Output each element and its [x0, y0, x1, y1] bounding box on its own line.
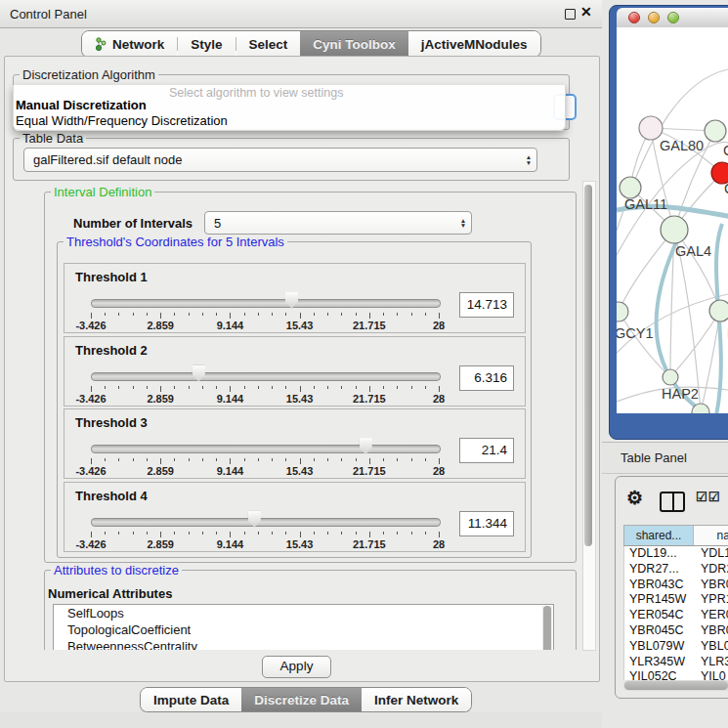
attribute-list-item[interactable]: BetweennessCentrality [54, 638, 553, 650]
cell-shared-name[interactable]: YIL052C [624, 669, 695, 680]
cell-name[interactable]: YBR0 [695, 623, 728, 639]
panel-scrollbar[interactable] [582, 181, 596, 651]
tab-select[interactable]: Select [236, 31, 301, 57]
slider-tick [397, 386, 398, 389]
tab-discretize-data[interactable]: Discretize Data [241, 688, 362, 711]
cell-shared-name[interactable]: YER054C [624, 608, 695, 623]
interval-definition-title: Interval Definition [51, 185, 154, 199]
network-canvas[interactable]: GAL80GACGAL11GAL4GCY1HHAP2 [617, 27, 728, 413]
cell-shared-name[interactable]: YBR043C [624, 578, 695, 593]
cell-shared-name[interactable]: YDL19... [624, 546, 695, 562]
cell-name[interactable]: YLR3 [695, 655, 728, 670]
column-header-name[interactable]: name [694, 526, 728, 545]
slider-tick [383, 313, 384, 316]
slider-tick [369, 313, 370, 319]
split-columns-icon[interactable] [660, 492, 685, 512]
slider-tick-label: 28 [433, 538, 445, 550]
slider-tick [272, 386, 273, 389]
attributes-list-scrollbar[interactable] [542, 606, 552, 650]
table-body[interactable]: YDL19...YDL1YDR27...YDR2YBR043CYBR0YPR14… [623, 546, 728, 680]
network-node-label: GA [723, 143, 728, 158]
tab-jactivemnodules[interactable]: jActiveMNodules [408, 31, 540, 57]
tab-impute-data[interactable]: Impute Data [141, 688, 241, 711]
column-header-shared-name[interactable]: shared... [624, 526, 694, 545]
network-node[interactable] [709, 300, 728, 321]
table-row[interactable]: YPR145WYPR1 [624, 592, 728, 608]
attribute-list-item[interactable]: TopologicalCoefficient [54, 621, 553, 638]
tab-style[interactable]: Style [178, 31, 235, 57]
slider-tick-label: 15.43 [286, 538, 314, 550]
algorithm-option-equal-width[interactable]: Equal Width/Frequency Discretization [16, 113, 228, 128]
table-row[interactable]: YBR043CYBR0 [624, 578, 728, 593]
float-window-icon[interactable] [565, 9, 576, 20]
slider-tick [285, 458, 286, 461]
settings-gear-icon[interactable]: ⚙ [626, 487, 643, 509]
threshold-value-field[interactable]: 21.4 [459, 438, 514, 463]
attribute-list-item[interactable]: SelfLoops [54, 605, 553, 621]
cell-name[interactable]: YPR1 [695, 592, 728, 608]
table-row[interactable]: YER054CYER0 [624, 608, 728, 623]
slider-tick-label: 28 [433, 320, 445, 331]
cell-name[interactable]: YBR0 [695, 578, 728, 593]
apply-button[interactable]: Apply [262, 656, 331, 678]
minimize-traffic-light[interactable] [648, 12, 660, 23]
slider-tick [411, 386, 412, 389]
close-traffic-light[interactable] [628, 12, 640, 23]
tab-infer-network[interactable]: Infer Network [362, 688, 471, 711]
network-node[interactable] [661, 216, 688, 243]
close-icon[interactable]: ✕ [580, 4, 592, 20]
table-row[interactable]: YBL079WYBL0 [624, 639, 728, 655]
slider-track[interactable] [91, 372, 441, 381]
panel-title: Control Panel [10, 7, 87, 21]
slider-tick-label: 21.715 [353, 538, 386, 550]
cell-name[interactable]: YDR2 [695, 562, 728, 578]
cell-shared-name[interactable]: YLR345W [624, 655, 695, 670]
zoom-traffic-light[interactable] [667, 12, 679, 23]
threshold-3-box: Threshold 3-3.4262.8599.14415.4321.71528… [64, 408, 526, 479]
slider-track[interactable] [91, 299, 441, 308]
slider-tick [244, 532, 245, 535]
network-node[interactable] [620, 177, 641, 198]
table-data-combobox[interactable]: galFiltered.sif default node ▲▼ [23, 148, 537, 172]
cell-shared-name[interactable]: YBL079W [624, 639, 695, 655]
network-node[interactable] [705, 120, 726, 142]
slider-tick [300, 458, 301, 464]
network-view-window: GAL80GACGAL11GAL4GCY1HHAP2 [609, 5, 728, 440]
slider-tick [258, 532, 259, 535]
network-node[interactable] [617, 302, 628, 321]
network-node[interactable] [639, 116, 663, 140]
threshold-value-field[interactable]: 14.713 [459, 292, 514, 318]
cell-name[interactable]: YIL0 [695, 669, 728, 680]
table-row[interactable]: YDL19...YDL1 [624, 546, 728, 562]
cell-shared-name[interactable]: YPR145W [624, 592, 695, 608]
table-data-combobox-value: galFiltered.sif default node [24, 152, 521, 167]
threshold-value-field[interactable]: 6.316 [459, 365, 514, 391]
panel-scrollbar-thumb[interactable] [584, 185, 592, 546]
slider-tick [230, 532, 231, 537]
table-row[interactable]: YLR345WYLR3 [624, 655, 728, 670]
number-of-intervals-combobox[interactable]: 5 ▲▼ [204, 211, 472, 235]
tab-cyni-toolbox[interactable]: Cyni Toolbox [300, 31, 408, 57]
cell-name[interactable]: YDL1 [695, 546, 728, 562]
table-row[interactable]: YIL052CYIL0 [624, 669, 728, 680]
numerical-attributes-list[interactable]: SelfLoopsTopologicalCoefficientBetweenne… [53, 604, 554, 650]
threshold-value-field[interactable]: 11.344 [459, 511, 514, 536]
algorithm-option-manual[interactable]: Manual Discretization [16, 98, 147, 112]
table-row[interactable]: YBR045CYBR0 [624, 623, 728, 639]
slider-track[interactable] [91, 518, 441, 527]
cell-shared-name[interactable]: YBR045C [624, 623, 695, 639]
slider-track[interactable] [91, 445, 441, 453]
tab-label: Cyni Toolbox [313, 37, 396, 52]
slider-tick-label: 21.715 [353, 465, 386, 477]
interval-definition-groupbox: Interval Definition Number of Intervals … [44, 192, 577, 563]
table-horizontal-scrollbar[interactable] [623, 680, 728, 691]
network-node[interactable] [663, 369, 678, 385]
slider-tick-label: 15.43 [286, 465, 314, 477]
table-row[interactable]: YDR27...YDR2 [624, 562, 728, 578]
tab-network[interactable]: Network [82, 31, 177, 57]
cell-shared-name[interactable]: YDR27... [624, 562, 695, 578]
column-select-icon[interactable]: ☑☑ [696, 490, 720, 504]
cell-name[interactable]: YBL0 [695, 639, 728, 655]
cell-name[interactable]: YER0 [695, 608, 728, 623]
threshold-1-box: Threshold 1-3.4262.8599.14415.4321.71528… [64, 263, 526, 333]
